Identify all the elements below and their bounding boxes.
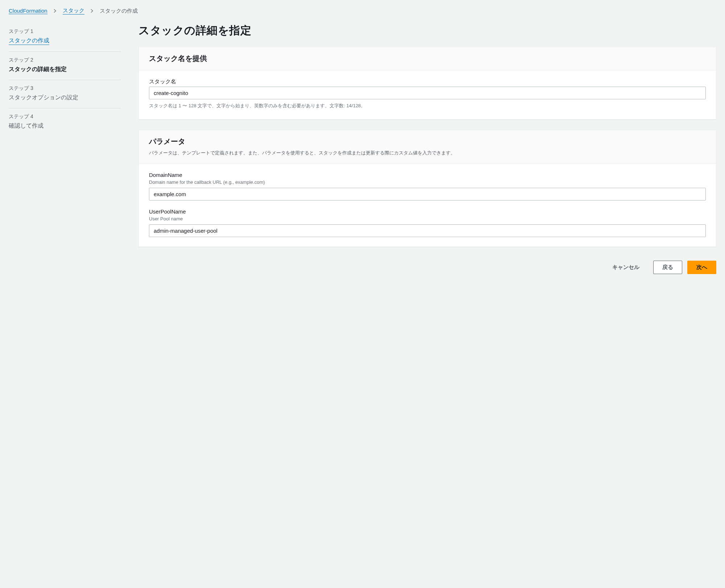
step-1[interactable]: ステップ 1 スタックの作成 <box>9 23 121 52</box>
stack-name-input[interactable] <box>149 87 706 99</box>
field-help: スタック名は 1 〜 128 文字で、文字から始まり、英数字のみを含む必要があり… <box>149 102 706 110</box>
step-label: ステップ 4 <box>9 113 121 120</box>
user-pool-name-field: UserPoolName User Pool name <box>149 208 706 237</box>
field-hint: User Pool name <box>149 216 706 221</box>
field-label: DomainName <box>149 172 706 178</box>
step-2: ステップ 2 スタックの詳細を指定 <box>9 52 121 80</box>
step-4: ステップ 4 確認して作成 <box>9 108 121 136</box>
field-label: UserPoolName <box>149 208 706 215</box>
breadcrumb: CloudFormation スタック スタックの作成 <box>9 7 716 15</box>
panel-heading: スタック名を提供 <box>149 54 706 63</box>
step-title: 確認して作成 <box>9 122 121 130</box>
back-button[interactable]: 戻る <box>653 261 682 274</box>
step-title: スタックオプションの設定 <box>9 94 121 102</box>
wizard-steps: ステップ 1 スタックの作成 ステップ 2 スタックの詳細を指定 ステップ 3 … <box>9 23 121 278</box>
user-pool-name-input[interactable] <box>149 224 706 237</box>
next-button[interactable]: 次へ <box>687 261 716 274</box>
step-3: ステップ 3 スタックオプションの設定 <box>9 80 121 108</box>
field-hint: Domain name for the callback URL (e.g., … <box>149 179 706 185</box>
panel-description: パラメータは、テンプレートで定義されます。また、パラメータを使用すると、スタック… <box>149 149 706 157</box>
chevron-right-icon <box>53 8 57 14</box>
domain-name-field: DomainName Domain name for the callback … <box>149 172 706 200</box>
breadcrumb-stacks[interactable]: スタック <box>63 7 84 15</box>
wizard-actions: キャンセル 戻る 次へ <box>138 257 716 278</box>
domain-name-input[interactable] <box>149 188 706 200</box>
step-title: スタックの詳細を指定 <box>9 66 121 73</box>
stack-name-field: スタック名 スタック名は 1 〜 128 文字で、文字から始まり、英数字のみを含… <box>149 78 706 110</box>
step-title[interactable]: スタックの作成 <box>9 37 49 45</box>
panel-header: パラメータ パラメータは、テンプレートで定義されます。また、パラメータを使用する… <box>139 130 716 164</box>
page-title: スタックの詳細を指定 <box>138 23 716 38</box>
breadcrumb-current: スタックの作成 <box>100 8 138 15</box>
step-label: ステップ 1 <box>9 28 121 35</box>
main-content: スタックの詳細を指定 スタック名を提供 スタック名 スタック名は 1 〜 128… <box>138 23 716 278</box>
chevron-right-icon <box>90 8 94 14</box>
panel-heading: パラメータ <box>149 137 706 146</box>
cancel-button[interactable]: キャンセル <box>604 261 648 274</box>
stack-name-panel: スタック名を提供 スタック名 スタック名は 1 〜 128 文字で、文字から始ま… <box>138 47 716 120</box>
step-label: ステップ 3 <box>9 85 121 92</box>
parameters-panel: パラメータ パラメータは、テンプレートで定義されます。また、パラメータを使用する… <box>138 130 716 247</box>
step-label: ステップ 2 <box>9 57 121 63</box>
panel-header: スタック名を提供 <box>139 47 716 70</box>
breadcrumb-cloudformation[interactable]: CloudFormation <box>9 8 47 14</box>
field-label: スタック名 <box>149 78 706 85</box>
